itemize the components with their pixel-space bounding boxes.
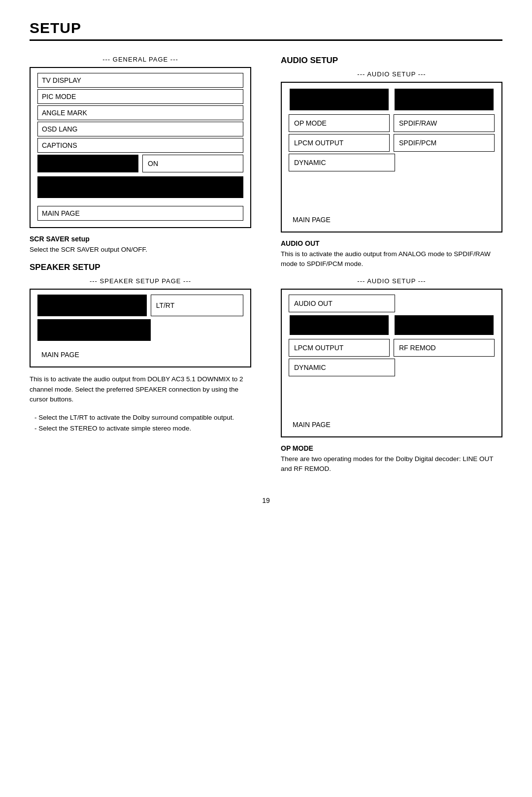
speaker-list-item-1: Select the LT/RT to activate the Dolby s…	[34, 412, 251, 423]
dynamic-cell-2[interactable]: DYNAMIC	[289, 359, 395, 376]
menu-item-captions[interactable]: CAPTIONS	[37, 138, 243, 153]
menu-item-osd-lang[interactable]: OSD LANG	[37, 122, 243, 136]
audio-setup-box: OP MODE SPDIF/RAW LPCM OUTPUT SPDIF/PCM …	[281, 82, 502, 232]
lpcm-output-cell[interactable]: LPCM OUTPUT	[289, 134, 390, 152]
scr-on-cell[interactable]: ON	[142, 155, 243, 172]
rf-remod-cell[interactable]: RF REMOD	[394, 339, 495, 357]
lpcm-output-cell-2[interactable]: LPCM OUTPUT	[289, 339, 390, 357]
menu-item-pic-mode[interactable]: PIC MODE	[37, 89, 243, 104]
speaker-list: Select the LT/RT to activate the Dolby s…	[30, 412, 251, 433]
speaker-setup-heading: SPEAKER SETUP	[30, 263, 251, 272]
general-page-label: --- GENERAL PAGE ---	[30, 56, 251, 63]
speaker-page-box: LT/RT MAIN PAGE	[30, 289, 251, 367]
right-column: AUDIO SETUP --- AUDIO SETUP --- OP MODE …	[281, 56, 502, 482]
menu-item-tv-display[interactable]: TV DISPLAY	[37, 73, 243, 88]
scr-black-cell	[37, 155, 138, 172]
audio-out-black-1	[290, 315, 389, 335]
spdif-pcm-cell[interactable]: SPDIF/PCM	[394, 134, 495, 152]
speaker-black-cell-2	[37, 319, 151, 341]
left-column: --- GENERAL PAGE --- TV DISPLAY PIC MODE…	[30, 56, 251, 482]
scr-saver-title: SCR SAVER setup	[30, 235, 251, 243]
scr-black-cell-2	[37, 176, 243, 198]
audio-black-block-1	[290, 89, 389, 110]
audio-out-main-page[interactable]: MAIN PAGE	[289, 418, 495, 432]
audio-out-heading: AUDIO OUT	[281, 239, 502, 247]
audio-setup-heading: AUDIO SETUP	[281, 56, 502, 66]
spdif-raw-cell[interactable]: SPDIF/RAW	[394, 114, 495, 132]
audio-out-black-2	[395, 315, 494, 335]
dynamic-cell[interactable]: DYNAMIC	[289, 154, 395, 171]
menu-item-main-page[interactable]: MAIN PAGE	[37, 206, 243, 221]
speaker-desc: This is to activate the audio output fro…	[30, 374, 251, 404]
audio-out-box: AUDIO OUT LPCM OUTPUT RF REMOD DYNAMIC M…	[281, 289, 502, 437]
scr-saver-desc: Select the SCR SAVER output ON/OFF.	[30, 245, 251, 255]
audio-main-page[interactable]: MAIN PAGE	[289, 213, 495, 227]
menu-item-angle-mark[interactable]: ANGLE MARK	[37, 105, 243, 120]
audio-setup-label-2: --- AUDIO SETUP ---	[281, 277, 502, 285]
speaker-black-cell	[37, 295, 147, 316]
lt-rt-cell[interactable]: LT/RT	[151, 295, 243, 316]
speaker-page-label: --- SPEAKER SETUP PAGE ---	[30, 277, 251, 285]
op-mode-desc: There are two operating modes for the Do…	[281, 454, 502, 474]
page-number: 19	[30, 497, 502, 504]
op-mode-cell[interactable]: OP MODE	[289, 114, 390, 132]
op-mode-heading: OP MODE	[281, 444, 502, 452]
audio-setup-label: --- AUDIO SETUP ---	[281, 70, 502, 78]
page-title: SETUP	[30, 20, 502, 41]
speaker-list-item-2: Select the STEREO to activate simple ste…	[34, 423, 251, 434]
audio-black-block-2	[395, 89, 494, 110]
audio-out-cell[interactable]: AUDIO OUT	[289, 295, 395, 312]
audio-out-desc: This is to activate the audio output fro…	[281, 249, 502, 269]
general-page-box: TV DISPLAY PIC MODE ANGLE MARK OSD LANG …	[30, 67, 251, 228]
speaker-main-page[interactable]: MAIN PAGE	[37, 348, 243, 362]
